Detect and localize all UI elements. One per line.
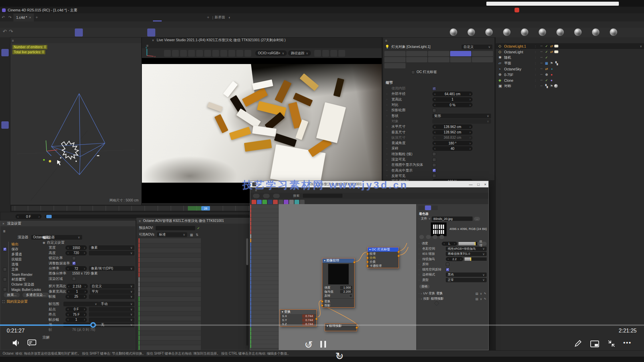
uv-transform-link[interactable]: ◦› UV 变换 变换 ▤∨✎ bbox=[419, 291, 486, 296]
node-type-item[interactable] bbox=[250, 264, 279, 268]
setting-spinner[interactable]: 0 F bbox=[65, 307, 87, 312]
tray-icon[interactable] bbox=[633, 1, 637, 5]
toolbar-icon[interactable] bbox=[120, 28, 128, 37]
output-pin[interactable] bbox=[315, 318, 318, 320]
dock-tool-icon[interactable] bbox=[1, 139, 9, 147]
toolbar-icon[interactable] bbox=[183, 28, 192, 37]
output-pin[interactable] bbox=[353, 261, 356, 263]
toolbar-icon[interactable] bbox=[310, 28, 318, 37]
node-type-item[interactable] bbox=[250, 344, 279, 348]
node-type-item[interactable] bbox=[250, 340, 279, 344]
taskbar-app-icon[interactable] bbox=[3, 1, 7, 6]
taskbar-app-icon[interactable] bbox=[343, 1, 347, 6]
material-sphere[interactable] bbox=[485, 28, 493, 36]
node-param-row[interactable]: S.X0.744 bbox=[280, 314, 316, 318]
taskbar-app-icon[interactable] bbox=[264, 1, 269, 6]
taskbar-app-icon[interactable] bbox=[46, 1, 51, 6]
object-tag-icon[interactable] bbox=[554, 84, 558, 88]
sort-icon[interactable]: ⇅ bbox=[196, 233, 199, 237]
toolbar-icon[interactable] bbox=[84, 28, 92, 37]
layout-tab[interactable] bbox=[188, 13, 197, 21]
toolbar-icon[interactable] bbox=[202, 28, 210, 37]
setting-unit-dropdown[interactable] bbox=[89, 312, 135, 317]
value-spinner[interactable]: 64.481 cm bbox=[432, 92, 473, 96]
layout-tab[interactable] bbox=[40, 13, 48, 21]
object-tag-icon[interactable] bbox=[544, 78, 549, 82]
setting-spinner[interactable]: 25 bbox=[65, 294, 87, 299]
undo-icon[interactable]: ↶ bbox=[3, 28, 7, 35]
setting-unit-dropdown[interactable] bbox=[89, 294, 135, 299]
taskbar-app-icon[interactable] bbox=[325, 1, 330, 6]
setting-spinner[interactable]: 720 bbox=[65, 251, 87, 255]
dock-tool-icon[interactable] bbox=[1, 85, 9, 93]
node-type-item[interactable] bbox=[250, 218, 279, 222]
minimize-icon[interactable]: — bbox=[469, 182, 473, 186]
shrink-button[interactable] bbox=[608, 340, 615, 348]
taskbar-app-icon[interactable] bbox=[247, 1, 251, 6]
live-viewer-tool-icon[interactable] bbox=[164, 50, 171, 57]
node-editor-action-button[interactable] bbox=[253, 194, 260, 198]
node-category-tab[interactable] bbox=[257, 200, 262, 204]
dock-tool-icon[interactable] bbox=[1, 58, 9, 65]
hamburger-icon[interactable]: ≡ bbox=[3, 229, 5, 234]
aov-item[interactable] bbox=[139, 238, 201, 243]
attribute-tab[interactable] bbox=[472, 51, 493, 56]
aov-item[interactable] bbox=[139, 282, 201, 287]
object-tag-icon[interactable] bbox=[544, 84, 549, 88]
object-tag-icon[interactable] bbox=[549, 50, 554, 54]
node-param-row[interactable]: 反转 bbox=[322, 294, 354, 298]
layout-tab[interactable] bbox=[101, 13, 109, 21]
object-row[interactable]: 平面 : bbox=[496, 60, 644, 66]
redo-icon[interactable]: ↷ bbox=[9, 28, 13, 35]
dock-tool-icon[interactable] bbox=[1, 112, 9, 120]
node-type-item[interactable] bbox=[250, 281, 279, 285]
taskbar-app-icon[interactable] bbox=[168, 1, 173, 6]
node-type-item[interactable] bbox=[250, 306, 279, 310]
setting-spinner[interactable]: 1 bbox=[66, 289, 88, 294]
object-row[interactable]: 0-75F : bbox=[496, 72, 644, 77]
layout-tab[interactable] bbox=[153, 13, 162, 21]
object-tag-icon[interactable] bbox=[549, 84, 554, 88]
value-checkbox[interactable] bbox=[432, 87, 436, 90]
node-type-item[interactable] bbox=[250, 239, 279, 243]
node-type-item[interactable] bbox=[250, 230, 279, 234]
attribute-tab[interactable] bbox=[450, 57, 471, 62]
toolbar-icon[interactable] bbox=[265, 28, 273, 37]
aov-item[interactable] bbox=[139, 311, 201, 316]
taskbar-app-icon[interactable] bbox=[195, 1, 199, 6]
timeline-thumb[interactable] bbox=[46, 215, 52, 218]
panel-tab[interactable] bbox=[432, 205, 438, 210]
toolbar-icon[interactable] bbox=[156, 28, 164, 37]
object-row[interactable]: Clone : bbox=[496, 77, 644, 83]
object-row[interactable]: OctaneLight.1 : bbox=[496, 43, 644, 49]
material-sphere[interactable] bbox=[592, 28, 599, 36]
projection-link[interactable]: ◦› 投影 纹理投影 ▤∨✎ bbox=[419, 297, 486, 301]
live-viewer-view-icon[interactable] bbox=[330, 50, 337, 57]
node-type-item[interactable] bbox=[250, 243, 279, 247]
layout-tab[interactable] bbox=[127, 13, 136, 21]
video-progress-track[interactable] bbox=[0, 324, 644, 326]
node-canvas[interactable]: 变换 S.X0.744 S.Y0.744 S.Z0.744 bbox=[279, 204, 416, 350]
aov-item[interactable] bbox=[139, 306, 201, 311]
object-tag-icon[interactable] bbox=[554, 56, 559, 60]
setting-spinner[interactable]: 72 bbox=[65, 266, 87, 271]
attribute-tab[interactable] bbox=[428, 51, 449, 56]
maximize-icon[interactable]: □ bbox=[477, 182, 480, 186]
taskbar-app-icon[interactable] bbox=[317, 1, 321, 6]
node-type-item[interactable] bbox=[250, 336, 279, 340]
rewind-10-button[interactable]: ↺10 bbox=[303, 339, 314, 350]
node-type-item[interactable] bbox=[250, 234, 279, 238]
live-viewer-tool-icon[interactable] bbox=[236, 50, 243, 57]
object-tag-icon[interactable] bbox=[554, 78, 559, 82]
add-layout-icon[interactable]: + bbox=[207, 15, 209, 20]
aov-item[interactable] bbox=[139, 292, 201, 297]
more-button[interactable]: ••• bbox=[623, 340, 632, 347]
panel-tab[interactable] bbox=[418, 205, 424, 210]
taskbar-app-icon[interactable] bbox=[90, 1, 94, 6]
taskbar-app-icon[interactable] bbox=[125, 1, 129, 6]
dock-tool-icon[interactable] bbox=[1, 130, 9, 138]
param-spinner[interactable]: 2.2 bbox=[446, 257, 463, 261]
node-input-row[interactable]: 变换 bbox=[322, 299, 354, 303]
object-name[interactable]: Clone bbox=[504, 78, 535, 82]
layout-tab[interactable] bbox=[66, 13, 74, 21]
